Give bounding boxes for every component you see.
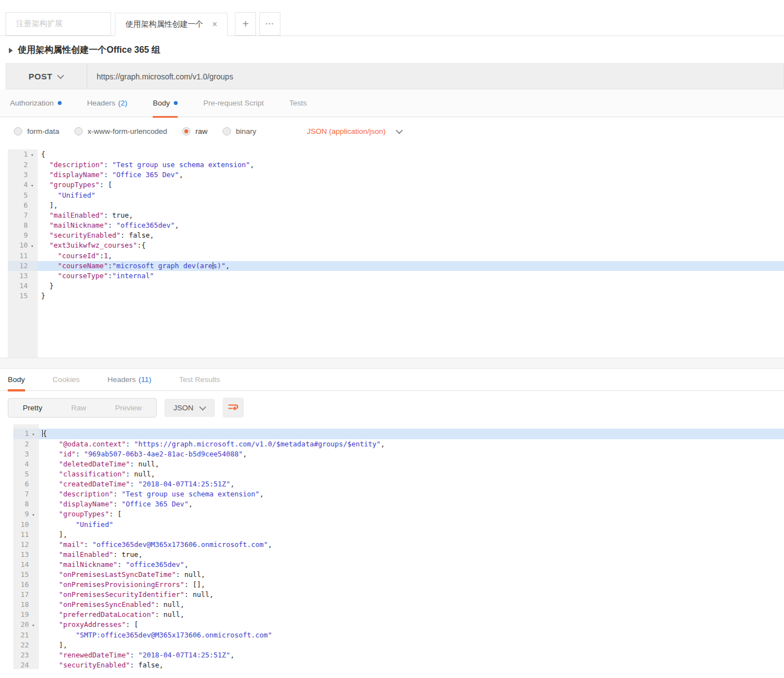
code-line: 20▾ "proxyAddresses": [ <box>13 620 784 630</box>
code-token: "ext3uikwfwz_courses" <box>49 241 137 249</box>
code-token: : <box>99 252 104 260</box>
code-token: : <box>108 262 112 270</box>
code-token <box>41 252 58 260</box>
code-token: "Unified" <box>76 520 113 529</box>
code-token: : <box>104 211 112 219</box>
code-token: , <box>159 661 164 669</box>
code-token <box>42 661 59 669</box>
mode-binary[interactable]: binary <box>223 127 257 135</box>
code-line: 6 ], <box>8 200 784 210</box>
code-token: : <box>117 560 125 569</box>
code-token: , <box>138 550 143 559</box>
code-line: 15} <box>8 291 784 301</box>
line-number: 15 <box>8 291 28 301</box>
method-dropdown[interactable]: POST <box>6 64 87 89</box>
more-options-button[interactable]: ••• <box>259 12 280 36</box>
line-number: 6 <box>8 200 28 210</box>
code-token <box>42 560 59 569</box>
line-number: 3 <box>8 170 28 180</box>
format-label: JSON <box>173 404 193 412</box>
line-number: 19 <box>13 610 29 620</box>
code-token: null <box>193 590 209 599</box>
format-dropdown[interactable]: JSON <box>164 399 215 417</box>
code-token: "preferredDataLocation" <box>59 610 155 619</box>
view-pretty-button[interactable]: Pretty <box>8 399 57 417</box>
fold-arrow-icon[interactable]: ▾ <box>28 180 37 190</box>
code-token <box>42 470 59 478</box>
code-line: 8 "displayName": "Office 365 Dev", <box>13 499 784 509</box>
code-token: "displayName" <box>59 500 113 508</box>
request-title-row: 使用架构属性创建一个Office 365 组 <box>0 36 784 63</box>
tab-label: Pre-request Script <box>203 99 264 107</box>
code-token: : <box>126 440 134 448</box>
code-token: "deletedDateTime" <box>59 460 130 468</box>
chevron-down-icon <box>396 127 403 134</box>
view-raw-button[interactable]: Raw <box>57 399 100 417</box>
mode-x-www-form-urlencoded[interactable]: x-www-form-urlencoded <box>74 127 167 135</box>
code-token: , <box>381 440 385 448</box>
code-token: , <box>230 480 235 488</box>
new-tab-button[interactable]: + <box>235 12 256 36</box>
code-token: null <box>138 460 155 468</box>
tab-tests[interactable]: Tests <box>289 89 307 117</box>
code-token <box>42 590 59 599</box>
fold-arrow-icon[interactable]: ▾ <box>29 620 38 630</box>
response-tab-headers[interactable]: Headers (11) <box>108 369 152 391</box>
fold-arrow-icon[interactable]: ▾ <box>28 150 37 160</box>
url-input[interactable]: https://graph.microsoft.com/v1.0/groups <box>87 64 783 89</box>
response-tab-cookies[interactable]: Cookies <box>53 369 80 391</box>
code-token: "microsoft graph dev(are <box>112 262 213 270</box>
mode-form-data[interactable]: form-data <box>14 127 59 135</box>
code-token: : <box>130 661 138 669</box>
tab-headers[interactable]: Headers (2) <box>87 89 128 117</box>
code-token: , <box>250 160 254 169</box>
code-line: 1▾{ <box>8 149 784 160</box>
code-token: , <box>268 540 272 549</box>
fold-arrow-icon[interactable]: ▾ <box>29 429 38 439</box>
code-token: , <box>179 170 183 179</box>
code-line: 1▾{ <box>13 429 784 439</box>
code-token: , <box>175 221 179 229</box>
mode-raw[interactable]: raw <box>182 127 208 135</box>
wrap-lines-button[interactable] <box>223 398 244 418</box>
code-token: null <box>184 570 201 579</box>
radio-selected-icon[interactable] <box>182 127 190 135</box>
mode-label: form-data <box>27 127 59 135</box>
request-section-tabs: Authorization Headers (2) Body Pre-reque… <box>0 89 784 117</box>
line-number: 9 <box>13 509 29 519</box>
code-token: : <box>108 272 112 280</box>
line-number: 7 <box>13 489 29 499</box>
line-number: 3 <box>13 449 29 459</box>
close-icon[interactable]: × <box>212 19 217 29</box>
radio-icon[interactable] <box>74 127 83 135</box>
response-tab-test-results[interactable]: Test Results <box>179 369 220 391</box>
code-token: null <box>163 600 180 609</box>
fold-arrow-icon[interactable]: ▾ <box>29 510 38 520</box>
line-number: 1 <box>8 149 28 159</box>
response-tab-body[interactable]: Body <box>8 369 25 391</box>
tab-authorization[interactable]: Authorization <box>10 89 62 117</box>
radio-icon[interactable] <box>14 127 22 135</box>
line-number: 10 <box>8 240 28 250</box>
radio-icon[interactable] <box>223 127 231 135</box>
request-tab-create-group[interactable]: 使用架构属性创建一个 × <box>115 13 228 36</box>
view-preview-button[interactable]: Preview <box>100 399 156 417</box>
tab-body[interactable]: Body <box>153 89 178 117</box>
request-tab-register-schema[interactable]: 注册架构扩展 <box>6 12 111 36</box>
fold-arrow-icon[interactable]: ▾ <box>28 241 37 251</box>
code-line: 3 "id": "969ab507-06b3-4ae2-81ac-b5d9cee… <box>13 449 784 459</box>
method-label: POST <box>29 72 53 81</box>
line-number: 14 <box>8 281 28 291</box>
content-type-dropdown[interactable]: JSON (application/json) <box>307 127 403 135</box>
collapse-triangle-icon[interactable] <box>9 48 13 53</box>
code-token: "https://graph.microsoft.com/v1.0/$metad… <box>134 440 381 448</box>
response-body-editor[interactable]: 1▾{2 "@odata.context": "https://graph.mi… <box>13 424 784 669</box>
request-body-editor[interactable]: 1▾{2 "description": "Test group use sche… <box>8 149 784 358</box>
code-line: 9▾ "groupTypes": [ <box>13 509 784 520</box>
tab-pre-request-script[interactable]: Pre-request Script <box>203 89 264 117</box>
code-token: "groupTypes" <box>49 180 99 189</box>
tab-label: Headers <box>87 99 115 107</box>
wrap-text-icon <box>228 403 239 412</box>
code-token: "groupTypes" <box>59 510 109 518</box>
line-number: 12 <box>13 540 29 550</box>
